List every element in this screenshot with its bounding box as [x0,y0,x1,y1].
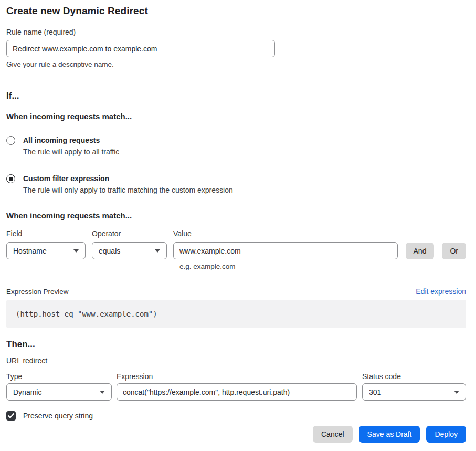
section-divider [6,77,466,77]
page-title: Create new Dynamic Redirect [6,5,466,17]
then-controls-row: Dynamic 301 [6,383,466,401]
expression-preview-label: Expression Preview [6,288,69,296]
rule-name-input[interactable] [6,40,275,57]
operator-label: Operator [92,229,173,238]
rule-name-help: Give your rule a descriptive name. [6,60,466,68]
chevron-down-icon [155,249,160,253]
status-code-label: Status code [362,372,466,381]
radio-custom-filter-expression[interactable]: Custom filter expression The rule will o… [6,174,466,195]
type-label: Type [6,372,117,381]
value-label: Value [173,229,192,238]
deploy-button[interactable]: Deploy [426,426,466,443]
chevron-down-icon [454,391,459,394]
value-help: e.g. example.com [179,263,466,270]
expression-preview-code: (http.host eq "www.example.com") [6,300,466,328]
expression-code-text: (http.host eq "www.example.com") [16,310,157,318]
operator-select-value: equals [99,247,120,255]
edit-expression-link[interactable]: Edit expression [416,287,466,296]
radio-all-description: The rule will apply to all traffic [23,147,119,156]
radio-all-incoming-requests[interactable]: All incoming requests The rule will appl… [6,135,466,156]
and-button[interactable]: And [406,243,435,259]
status-code-select[interactable]: 301 [362,383,466,401]
radio-all-label: All incoming requests [23,135,119,145]
builder-labels-row: Field Operator Value [6,229,466,238]
redirect-expression-input[interactable] [117,383,357,401]
url-redirect-label: URL redirect [6,356,466,365]
builder-heading: When incoming requests match... [6,211,466,220]
value-input[interactable] [173,242,398,259]
radio-custom-label: Custom filter expression [23,174,233,183]
field-select[interactable]: Hostname [6,242,86,259]
field-label: Field [6,229,92,238]
or-button[interactable]: Or [442,243,466,259]
if-heading: If... [6,91,466,101]
save-as-draft-button[interactable]: Save as Draft [359,426,420,443]
check-icon [8,413,14,418]
expression-preview-header: Expression Preview Edit expression [6,287,466,296]
preserve-query-string-option[interactable]: Preserve query string [6,411,466,421]
radio-selected-icon[interactable] [6,174,15,183]
chevron-down-icon [73,249,79,253]
radio-custom-description: The rule will only apply to traffic matc… [23,185,233,195]
status-code-select-value: 301 [369,388,381,396]
then-heading: Then... [6,339,466,350]
operator-select[interactable]: equals [92,242,167,259]
type-select[interactable]: Dynamic [6,383,112,401]
radio-unselected-icon[interactable] [6,136,15,145]
cancel-button[interactable]: Cancel [313,426,353,443]
match-heading: When incoming requests match... [6,112,466,121]
then-labels-row: Type Expression Status code [6,372,466,381]
builder-controls-row: Hostname equals And Or [6,242,466,259]
type-select-value: Dynamic [13,388,41,396]
chevron-down-icon [100,391,105,394]
preserve-query-string-label: Preserve query string [23,412,93,420]
rule-name-label: Rule name (required) [6,28,466,36]
field-select-value: Hostname [13,247,47,255]
footer-actions: Cancel Save as Draft Deploy [6,426,466,443]
expression-label: Expression [117,372,362,381]
checkbox-checked-icon[interactable] [6,411,16,421]
